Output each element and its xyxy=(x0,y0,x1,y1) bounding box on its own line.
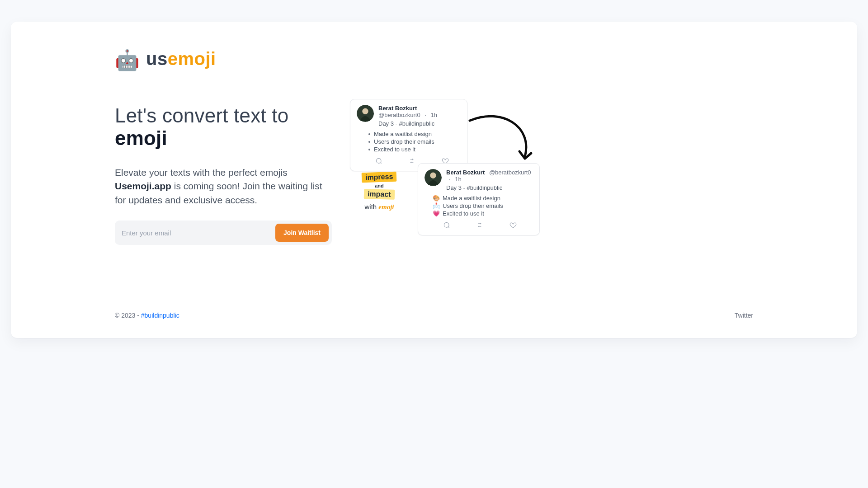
reply-icon[interactable] xyxy=(443,221,450,230)
tweet-handle: @beratbozkurt0 xyxy=(378,112,420,118)
list-item: 📩Users drop their emails xyxy=(433,202,533,209)
retweet-icon[interactable] xyxy=(476,221,483,230)
list-item: 🎨Made a waitlist design xyxy=(433,195,533,202)
hero-brand-inline: Usemoji.app xyxy=(115,181,171,191)
svg-point-1 xyxy=(362,108,368,114)
emoji-icon: 💗 xyxy=(433,210,440,217)
hero-line1: Elevate your texts with the perfect emoj… xyxy=(115,167,288,178)
emoji-icon: 📩 xyxy=(433,202,440,209)
footer-left: © 2023 - #buildinpublic xyxy=(115,312,179,319)
slogan: impress and impact with emoji xyxy=(354,172,404,211)
brand-logo: 🤖 usemoji xyxy=(115,49,753,69)
tweet-card-after: Berat Bozkurt @beratbozkurt0 · 1h Day 3 … xyxy=(418,163,540,235)
tweet-handle: @beratbozkurt0 xyxy=(489,169,531,176)
list-text: Excited to use it xyxy=(443,210,484,217)
tweet-sep: · xyxy=(425,112,426,118)
footer: © 2023 - #buildinpublic Twitter xyxy=(115,312,753,319)
tweet-caption: Day 3 - #buildinpublic xyxy=(446,184,533,191)
tweet-caption: Day 3 - #buildinpublic xyxy=(378,120,461,127)
waitlist-form: Join Waitlist xyxy=(115,221,332,245)
slogan-emoji-word: emoji xyxy=(378,203,394,211)
curved-arrow-icon xyxy=(465,113,542,167)
brand-wordmark: usemoji xyxy=(146,49,216,69)
bullet-icon xyxy=(368,133,370,135)
footer-twitter-link[interactable]: Twitter xyxy=(735,312,753,319)
avatar xyxy=(357,105,374,122)
tweet-actions xyxy=(443,221,533,230)
email-input[interactable] xyxy=(118,225,275,241)
hero-title: Let's convert text to emoji xyxy=(115,104,332,150)
slogan-word-2: impact xyxy=(364,189,395,200)
reply-icon[interactable] xyxy=(375,157,382,166)
bullet-icon xyxy=(368,141,370,143)
tweet-meta: Berat Bozkurt @beratbozkurt0 · 1h xyxy=(446,169,533,183)
slogan-with-line: with emoji xyxy=(354,203,404,211)
list-text: Users drop their emails xyxy=(443,202,503,209)
list-item: Excited to use it xyxy=(368,146,461,153)
slogan-and: and xyxy=(354,183,404,188)
list-text: Made a waitlist design xyxy=(374,131,432,137)
list-text: Made a waitlist design xyxy=(443,195,500,202)
emoji-icon: 🎨 xyxy=(433,195,440,202)
slogan-with: with xyxy=(364,203,377,211)
list-item: 💗Excited to use it xyxy=(433,210,533,217)
svg-point-3 xyxy=(430,173,436,178)
landing-card: 🤖 usemoji Let's convert text to emoji El… xyxy=(11,22,857,338)
hero: Let's convert text to emoji Elevate your… xyxy=(115,104,753,245)
tweet-time: 1h xyxy=(455,176,461,183)
list-text: Users drop their emails xyxy=(374,138,434,145)
tweet-list: 🎨Made a waitlist design 📩Users drop thei… xyxy=(433,195,533,217)
retweet-icon[interactable] xyxy=(408,157,415,166)
heart-icon[interactable] xyxy=(509,221,517,230)
tweet-sep: · xyxy=(449,176,451,183)
list-text: Excited to use it xyxy=(374,146,415,153)
list-item: Users drop their emails xyxy=(368,138,461,145)
tweet-author: Berat Bozkurt xyxy=(446,169,485,176)
brand-suffix: emoji xyxy=(168,49,216,69)
footer-hashtag-link[interactable]: #buildinpublic xyxy=(141,312,179,319)
hero-left: Let's convert text to emoji Elevate your… xyxy=(115,104,332,245)
tweet-meta: Berat Bozkurt @beratbozkurt0 · 1h xyxy=(378,105,461,118)
hero-lead: Elevate your texts with the perfect emoj… xyxy=(115,166,332,207)
tweet-card-before: Berat Bozkurt @beratbozkurt0 · 1h Day 3 … xyxy=(350,99,467,171)
list-item: Made a waitlist design xyxy=(368,131,461,137)
robot-emoji-icon: 🤖 xyxy=(115,50,140,70)
hero-visual: Berat Bozkurt @beratbozkurt0 · 1h Day 3 … xyxy=(350,104,753,240)
brand-prefix: us xyxy=(146,49,168,69)
avatar xyxy=(425,169,442,186)
tweet-author: Berat Bozkurt xyxy=(378,105,417,112)
join-waitlist-button[interactable]: Join Waitlist xyxy=(275,224,329,242)
footer-copy: © 2023 - xyxy=(115,312,139,319)
slogan-word-1: impress xyxy=(362,172,397,183)
tweet-list: Made a waitlist design Users drop their … xyxy=(368,131,461,153)
hero-title-bold: emoji xyxy=(115,127,167,149)
bullet-icon xyxy=(368,149,370,150)
hero-title-plain: Let's convert text to xyxy=(115,104,288,127)
tweet-time: 1h xyxy=(431,112,437,118)
